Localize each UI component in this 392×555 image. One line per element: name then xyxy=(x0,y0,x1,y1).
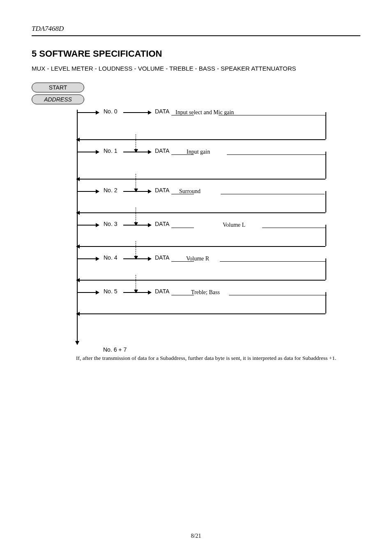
arrow-right xyxy=(77,258,96,259)
box-right xyxy=(325,152,326,179)
underline xyxy=(262,228,325,228)
note-text: If, after the transmission of data for a… xyxy=(76,355,347,362)
spine-line xyxy=(77,110,78,342)
page-header: TDA7468D xyxy=(32,25,360,33)
row-key: DATA xyxy=(155,254,169,261)
section-subtitle: MUX - LEVEL METER - LOUDNESS - VOLUME - … xyxy=(32,65,360,72)
row-num: No. 1 xyxy=(104,147,117,154)
arrow-right xyxy=(77,191,96,192)
dashed-connector xyxy=(136,275,136,290)
arrow-right xyxy=(77,225,96,226)
row-desc: Treble; Bass xyxy=(191,289,321,297)
row-desc: Volume L xyxy=(223,221,321,229)
box-right xyxy=(325,292,326,313)
row-desc: Input select and Mic gain xyxy=(175,109,321,117)
page-number: 8/21 xyxy=(0,533,392,539)
box-right xyxy=(325,112,326,139)
dashed-connector xyxy=(136,134,136,149)
address-pill: ADDRESS xyxy=(32,94,84,104)
row-key: DATA xyxy=(155,108,169,115)
dashed-connector xyxy=(136,174,136,189)
return-arrow xyxy=(80,313,325,314)
dashed-connector xyxy=(136,241,136,256)
arrow-right xyxy=(77,112,96,113)
flow-diagram: No. 0DATAInput select and Mic gainNo. 1D… xyxy=(32,105,360,359)
row-num: No. 4 xyxy=(104,254,117,261)
dashed-connector xyxy=(136,207,136,222)
underline xyxy=(220,261,325,262)
row-key: DATA xyxy=(155,147,169,154)
start-pill: START xyxy=(32,83,84,92)
arrow-right xyxy=(77,152,96,152)
row-desc: Volume R xyxy=(186,255,321,263)
row-num: No. 5 xyxy=(104,288,117,295)
row-key: DATA xyxy=(155,288,169,295)
underline xyxy=(221,194,325,194)
return-arrow xyxy=(80,212,325,213)
arrow-right xyxy=(77,292,96,293)
underline xyxy=(219,115,325,115)
row-num: No. 2 xyxy=(104,187,117,193)
row-desc: Input gain xyxy=(187,148,321,156)
underline xyxy=(171,228,194,228)
header-rule xyxy=(32,35,360,36)
spine-arrow-down xyxy=(75,341,79,345)
return-arrow xyxy=(80,139,325,140)
row-num: No. 0 xyxy=(104,108,117,115)
row-key: DATA xyxy=(155,221,169,227)
box-right xyxy=(325,225,326,246)
return-arrow xyxy=(80,246,325,247)
return-arrow xyxy=(80,280,325,281)
underline xyxy=(171,295,194,295)
underline xyxy=(229,295,327,295)
row-num: No. 3 xyxy=(104,221,117,227)
box-right xyxy=(325,191,326,212)
box-right xyxy=(325,258,326,280)
arrow-right xyxy=(123,112,148,113)
underline xyxy=(227,154,325,155)
section-title: 5 SOFTWARE SPECIFICATION xyxy=(32,48,360,59)
row-key: DATA xyxy=(155,187,169,193)
return-arrow xyxy=(80,179,325,180)
row-desc: Surround xyxy=(179,188,321,196)
row-num-last: No. 6 + 7 xyxy=(103,346,127,353)
